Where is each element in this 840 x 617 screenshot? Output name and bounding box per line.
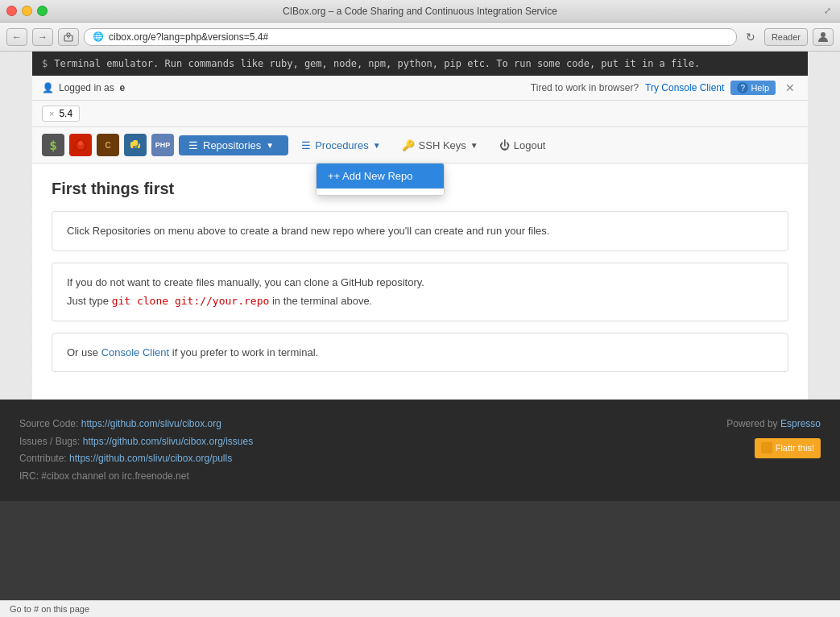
powered-by: Powered by Espresso <box>726 416 821 433</box>
clone-command-text: Just type git clone git://your.repo in t… <box>67 293 773 309</box>
titlebar-right: ⤢ <box>821 5 834 18</box>
forward-button[interactable]: → <box>32 28 53 46</box>
espresso-link[interactable]: Espresso <box>780 418 821 429</box>
minimize-button[interactable] <box>22 6 32 16</box>
issues-link[interactable]: https://github.com/slivu/cibox.org/issue… <box>83 436 253 447</box>
help-button[interactable]: ? Help <box>730 81 776 95</box>
add-new-repo-item[interactable]: + + Add New Repo <box>317 164 444 188</box>
list-icon: ☰ <box>188 139 198 151</box>
logged-in-text: Logged in as e <box>59 82 125 93</box>
footer: Source Code: https://github.com/slivu/ci… <box>0 400 840 501</box>
ssh-dropdown-icon: ▼ <box>470 141 478 150</box>
footer-left: Source Code: https://github.com/slivu/ci… <box>19 416 253 485</box>
contribute-link[interactable]: https://github.com/slivu/cibox.org/pulls <box>69 453 232 464</box>
source-code-line: Source Code: https://github.com/slivu/ci… <box>19 416 253 433</box>
coffee-icon[interactable]: C <box>97 134 119 156</box>
terminal-dollar: $ <box>42 58 48 69</box>
tired-text: Tired to work in browser? <box>531 82 639 93</box>
bottom-bar: Go to # on this page <box>0 600 840 617</box>
logout-link[interactable]: ⏻ Logout <box>491 135 554 155</box>
ruby-icon[interactable] <box>69 134 92 156</box>
nav-bar: $ C <box>32 127 808 164</box>
notification-bar: 👤 Logged in as e Tired to work in browse… <box>32 76 808 101</box>
user-icon: 👤 <box>42 82 54 93</box>
inner-container: $ Terminal emulator. Run commands like r… <box>32 52 808 400</box>
terminal-text: Terminal emulator. Run commands like rub… <box>54 58 700 69</box>
issues-line: Issues / Bugs: https://github.com/slivu/… <box>19 433 253 451</box>
dropdown-menu: + + Add New Repo <box>316 163 445 196</box>
profile-button[interactable] <box>813 28 834 46</box>
notif-left: 👤 Logged in as e <box>42 82 125 93</box>
help-question-icon: ? <box>737 82 748 93</box>
maximize-button[interactable] <box>37 6 48 16</box>
procedures-list-icon: ☰ <box>301 139 311 151</box>
info-box-2: If you do not want to create files manua… <box>52 263 788 321</box>
ssh-keys-link[interactable]: 🔑 SSH Keys ▼ <box>394 135 486 155</box>
flattr-button[interactable]: Flattr this! <box>755 438 821 459</box>
svg-text:C: C <box>105 141 110 150</box>
window-controls[interactable] <box>6 6 48 16</box>
flattr-icon <box>761 442 772 453</box>
key-icon: 🔑 <box>402 139 415 151</box>
version-close[interactable]: × <box>49 109 54 118</box>
version-number: 5.4 <box>59 108 72 119</box>
url-text[interactable]: cibox.org/e?lang=php&versions=5.4# <box>109 31 728 43</box>
info-box-3: Or use Console Client if you prefer to w… <box>52 333 788 373</box>
reader-button[interactable]: Reader <box>764 28 808 46</box>
code-snippet: git clone git://your.repo <box>112 295 270 307</box>
window-title: CIBox.org – a Code Sharing and Continuou… <box>283 6 557 17</box>
dropdown-arrow-icon: ▼ <box>266 141 274 150</box>
info-box-1: Click Repositories on menu above to crea… <box>52 211 788 251</box>
contribute-line: Contribute: https://github.com/slivu/cib… <box>19 450 253 468</box>
procedures-dropdown-icon: ▼ <box>373 141 381 150</box>
dropdown-spacer <box>317 188 444 195</box>
irc-line: IRC: #cibox channel on irc.freenode.net <box>19 468 253 486</box>
clone-text: If you do not want to create files manua… <box>67 275 773 291</box>
titlebar: CIBox.org – a Code Sharing and Continuou… <box>0 0 840 23</box>
version-tag: × 5.4 <box>42 106 80 122</box>
terminal-bar: $ Terminal emulator. Run commands like r… <box>32 52 808 76</box>
refresh-button[interactable]: ↻ <box>742 28 759 46</box>
repositories-dropdown: + + Add New Repo <box>316 163 445 196</box>
procedures-link[interactable]: ☰ Procedures ▼ <box>293 135 388 155</box>
page-body: First things first Click Repositories on… <box>32 164 808 400</box>
expand-icon[interactable]: ⤢ <box>821 5 834 18</box>
lock-icon: 🌐 <box>93 31 104 42</box>
php-icon[interactable]: PHP <box>151 134 174 156</box>
python-icon[interactable] <box>124 134 147 156</box>
notification-close[interactable]: ✕ <box>782 81 798 94</box>
url-bar[interactable]: 🌐 cibox.org/e?lang=php&versions=5.4# <box>84 28 737 46</box>
bash-icon[interactable]: $ <box>42 134 64 156</box>
notif-right: Tired to work in browser? Try Console Cl… <box>531 81 798 95</box>
back-button[interactable]: ← <box>6 28 27 46</box>
close-button[interactable] <box>6 6 17 16</box>
svg-point-1 <box>821 32 826 37</box>
footer-right: Powered by Espresso Flattr this! <box>726 416 821 460</box>
console-client-link-2[interactable]: Console Client <box>101 346 170 358</box>
share-button[interactable] <box>58 28 79 46</box>
source-code-link[interactable]: https://github.com/slivu/cibox.org <box>81 418 221 429</box>
browser-toolbar: ← → 🌐 cibox.org/e?lang=php&versions=5.4#… <box>0 23 840 52</box>
main-content: $ C <box>32 127 808 400</box>
console-client-link[interactable]: Try Console Client <box>645 82 724 93</box>
add-icon: + <box>328 170 334 182</box>
browser-content: $ Terminal emulator. Run commands like r… <box>0 52 840 400</box>
power-icon: ⏻ <box>499 139 510 151</box>
repositories-button[interactable]: ☰ Repositories ▼ <box>179 135 288 155</box>
version-bar: × 5.4 <box>32 101 808 127</box>
